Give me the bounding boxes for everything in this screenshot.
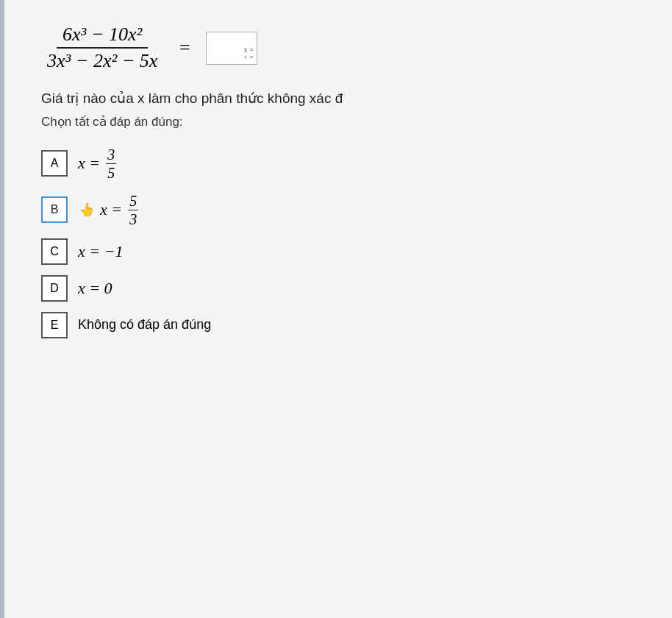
option-label-d: D xyxy=(41,275,68,302)
option-a-x: x = xyxy=(78,154,100,173)
content-area: 6x³ − 10x² 3x³ − 2x² − 5x = x = + = Giá … xyxy=(4,0,672,618)
option-label-e: E xyxy=(41,312,68,338)
fraction-numerator: 6x³ − 10x² xyxy=(57,22,148,49)
option-d-text: x = 0 xyxy=(78,279,112,298)
option-b-x: x = xyxy=(100,200,122,219)
answer-box: x = + = xyxy=(206,32,257,65)
option-b-numerator: 5 xyxy=(128,192,138,210)
option-a-numerator: 3 xyxy=(106,146,116,164)
option-b-denominator: 3 xyxy=(128,210,138,228)
option-b-fraction: 5 3 xyxy=(128,192,138,228)
question-main-text: Giá trị nào của x làm cho phân thức khôn… xyxy=(41,88,643,110)
main-container: 6x³ − 10x² 3x³ − 2x² − 5x = x = + = Giá … xyxy=(0,0,672,618)
option-content-a: x = 3 5 xyxy=(78,146,118,182)
option-label-c: C xyxy=(41,238,68,265)
option-e-text: Không có đáp án đúng xyxy=(78,317,211,333)
calculator-icon: x = + = xyxy=(243,46,254,61)
options-list: A x = 3 5 B 👆 x = 5 3 xyxy=(41,146,643,338)
option-content-c: x = −1 xyxy=(78,242,123,261)
fraction-denominator: 3x³ − 2x² − 5x xyxy=(41,49,163,74)
option-e[interactable]: E Không có đáp án đúng xyxy=(41,312,643,338)
option-content-e: Không có đáp án đúng xyxy=(78,317,211,333)
option-c-text: x = −1 xyxy=(78,242,123,261)
option-content-b: 👆 x = 5 3 xyxy=(78,192,140,228)
option-label-a: A xyxy=(41,150,68,177)
equals-sign: = xyxy=(178,37,191,59)
question-sub-text: Chọn tất cả đáp án đúng: xyxy=(41,114,643,129)
option-a-fraction: 3 5 xyxy=(106,146,116,182)
option-b[interactable]: B 👆 x = 5 3 xyxy=(41,192,643,228)
option-label-b: B xyxy=(41,196,68,223)
option-content-d: x = 0 xyxy=(78,279,112,298)
option-c[interactable]: C x = −1 xyxy=(41,238,643,265)
main-fraction: 6x³ − 10x² 3x³ − 2x² − 5x xyxy=(41,22,163,74)
option-b-hand-icon: 👆 xyxy=(78,202,94,218)
option-a-denominator: 5 xyxy=(106,164,116,182)
option-d[interactable]: D x = 0 xyxy=(41,275,643,302)
option-a[interactable]: A x = 3 5 xyxy=(41,146,643,182)
expression-box: 6x³ − 10x² 3x³ − 2x² − 5x = x = + = xyxy=(41,22,643,74)
